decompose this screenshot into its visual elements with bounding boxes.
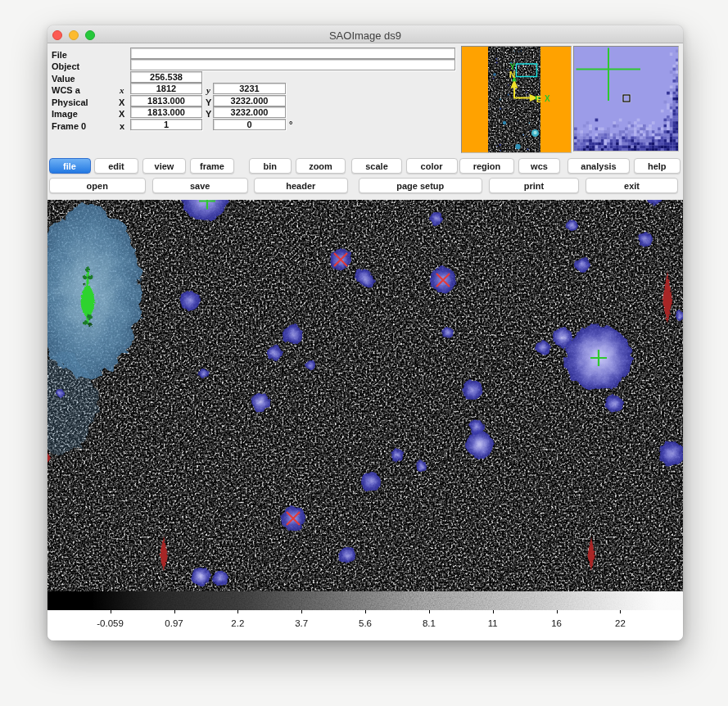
- svg-text:E: E: [536, 95, 542, 104]
- svg-text:X: X: [545, 94, 550, 103]
- svg-text:N: N: [509, 70, 515, 79]
